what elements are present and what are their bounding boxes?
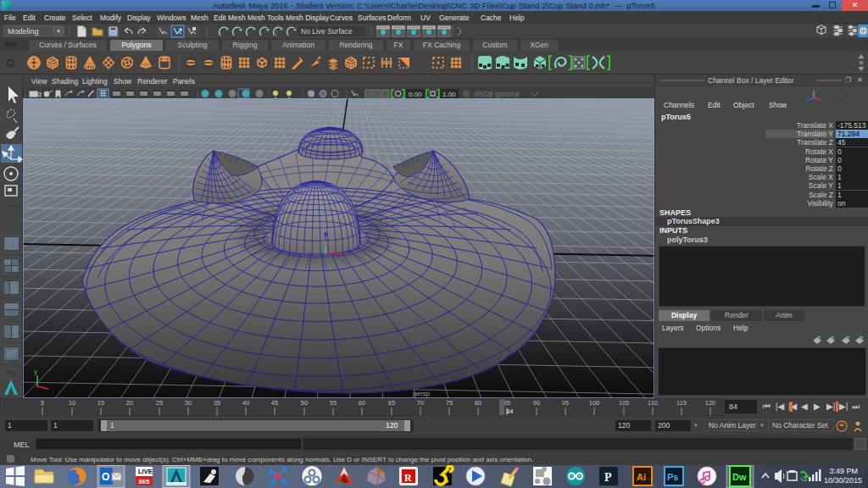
svg-text:5: 5 [41, 399, 44, 407]
svg-text:75: 75 [446, 399, 453, 407]
svg-text:70: 70 [417, 399, 424, 407]
svg-text:No Live Surface: No Live Surface [301, 27, 353, 36]
svg-text:45: 45 [271, 399, 278, 407]
svg-text:50: 50 [301, 399, 308, 407]
svg-text:105: 105 [619, 399, 630, 407]
svg-text:persp: persp [413, 390, 431, 397]
svg-text:R: R [404, 472, 412, 484]
svg-text:85: 85 [504, 399, 510, 407]
svg-text:115: 115 [676, 399, 687, 407]
svg-text:LIVE: LIVE [138, 468, 153, 475]
svg-text:15: 15 [97, 399, 104, 407]
svg-text:10/30/2015: 10/30/2015 [824, 476, 862, 485]
svg-text:84: 84 [506, 408, 513, 415]
svg-text:sRGB gamma: sRGB gamma [474, 90, 520, 98]
svg-text:O: O [102, 471, 109, 483]
svg-text:365: 365 [138, 478, 150, 485]
svg-text:y: y [34, 368, 37, 375]
svg-text:P: P [604, 471, 612, 484]
svg-text:30: 30 [185, 399, 192, 407]
svg-text:55: 55 [330, 399, 337, 407]
svg-text:84: 84 [729, 402, 737, 411]
svg-text:100: 100 [589, 399, 600, 407]
svg-text:1.00: 1.00 [442, 91, 456, 98]
svg-text:95: 95 [562, 399, 569, 407]
svg-text:Ai: Ai [637, 472, 646, 482]
svg-text:Ps: Ps [667, 472, 678, 482]
svg-text:20: 20 [126, 399, 133, 407]
svg-text:25: 25 [156, 399, 163, 407]
svg-text:Dw: Dw [732, 472, 747, 482]
svg-text:80: 80 [475, 399, 481, 407]
svg-text:0.00: 0.00 [409, 91, 422, 98]
svg-text:90: 90 [533, 399, 540, 407]
svg-text:120: 120 [705, 399, 716, 407]
svg-text:40: 40 [242, 399, 249, 407]
svg-text:35: 35 [214, 399, 220, 407]
svg-text:65: 65 [388, 399, 395, 407]
svg-text:10: 10 [69, 399, 75, 407]
svg-text:110: 110 [648, 399, 658, 407]
svg-text:3:49 PM: 3:49 PM [829, 467, 858, 475]
svg-text:...: ... [8, 370, 13, 376]
svg-text:60: 60 [359, 399, 365, 407]
